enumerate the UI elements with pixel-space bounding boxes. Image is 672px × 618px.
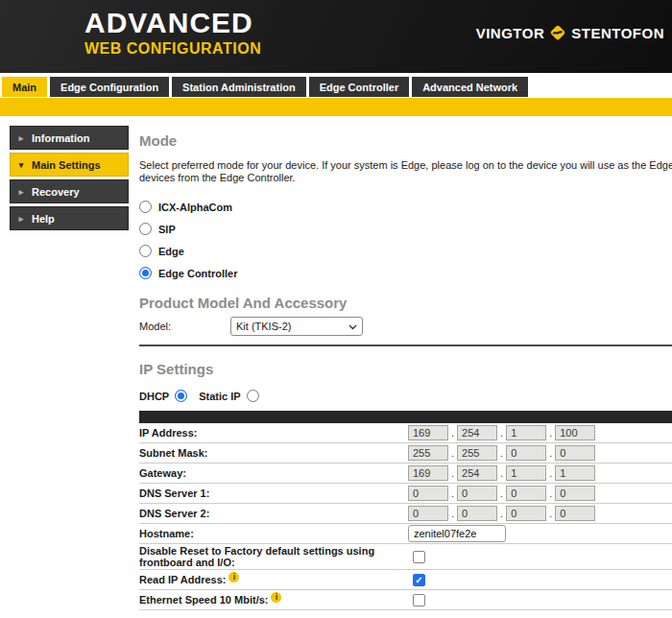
main-tabbar: Main Edge Configuration Station Administ… [0, 73, 672, 97]
table-row-subnet-mask: Subnet Mask: . . . [139, 443, 672, 464]
row-label: Ethernet Speed 10 Mbit/s: [139, 594, 268, 606]
table-row-hostname: Hostname: [139, 524, 672, 544]
octet-separator: . [451, 487, 454, 499]
mode-option-icx-alphacom[interactable]: ICX-AlphaCom [139, 196, 672, 218]
table-row-ethernet-speed: Ethernet Speed 10 Mbit/s: [139, 590, 672, 610]
octet-separator: . [451, 447, 454, 459]
hostname-input[interactable] [408, 525, 506, 542]
mode-description-line2: devices from the Edge Controller. [139, 172, 672, 184]
table-header-bar [139, 411, 672, 423]
octet-separator: . [500, 467, 503, 479]
octet-separator: . [500, 427, 503, 439]
sidebar-item-main-settings[interactable]: ▾ Main Settings [10, 153, 129, 177]
gateway-octet-3-input [506, 465, 546, 481]
ip-octet-3-input [506, 425, 546, 440]
sidebar-item-label: Recovery [32, 186, 80, 198]
octet-separator: . [549, 467, 552, 479]
sidebar-item-information[interactable]: ▸ Information [10, 126, 129, 150]
chevron-right-icon: ▸ [11, 133, 32, 143]
app-header: ADVANCED WEB CONFIGURATION VINGTOR STENT… [0, 0, 672, 73]
info-icon[interactable] [228, 572, 239, 582]
info-icon[interactable] [271, 592, 281, 603]
model-select-value: Kit (TKIS-2) [236, 321, 291, 332]
radio-selected-icon[interactable] [139, 267, 152, 279]
ip-settings-table: IP Address: . . . Subnet Mask: . [139, 411, 672, 610]
disable-reset-checkbox[interactable] [413, 551, 425, 563]
table-row-dns-server-2: DNS Server 2: . . . [139, 504, 672, 524]
sidebar-item-help[interactable]: ▸ Help [10, 206, 129, 230]
model-select[interactable]: Kit (TKIS-2) [230, 317, 363, 336]
static-ip-label: Static IP [199, 391, 240, 402]
row-label: Read IP Address: [139, 574, 226, 585]
model-label: Model: [139, 321, 230, 332]
dhcp-radio-selected-icon[interactable] [175, 390, 187, 402]
dns2-octet-1-input [408, 506, 448, 521]
ip-section-heading: IP Settings [139, 361, 672, 377]
read-ip-address-checkbox[interactable] [413, 574, 425, 586]
mode-option-label: ICX-AlphaCom [158, 202, 232, 213]
subnet-octet-4-input [555, 445, 595, 461]
sidebar-nav: ▸ Information ▾ Main Settings ▸ Recovery… [10, 126, 129, 233]
mode-section-heading: Mode [139, 132, 672, 149]
row-label: DNS Server 1: [139, 487, 408, 499]
row-label: Gateway: [139, 467, 408, 479]
ethernet-speed-checkbox[interactable] [413, 594, 425, 606]
mode-option-label: Edge Controller [158, 268, 238, 279]
mode-option-edge-controller[interactable]: Edge Controller [139, 262, 672, 284]
ip-octet-2-input [457, 425, 497, 440]
table-row-ip-address: IP Address: . . . [139, 423, 672, 443]
chevron-right-icon: ▸ [11, 187, 32, 197]
dhcp-label: DHCP [139, 391, 169, 402]
mode-option-label: SIP [158, 224, 176, 235]
tab-station-administration[interactable]: Station Administration [172, 77, 306, 97]
table-row-gateway: Gateway: . . . [139, 464, 672, 484]
mode-option-sip[interactable]: SIP [139, 218, 672, 240]
chevron-down-icon: ▾ [11, 160, 32, 170]
tab-edge-configuration[interactable]: Edge Configuration [50, 77, 169, 97]
row-label: Disable Reset to Factory default setting… [139, 545, 408, 568]
row-label: IP Address: [139, 427, 408, 439]
subnet-octet-3-input [506, 445, 546, 461]
octet-separator: . [549, 447, 552, 459]
table-row-dns-server-1: DNS Server 1: . . . [139, 484, 672, 504]
gateway-octet-2-input [457, 465, 497, 481]
dns2-octet-3-input [506, 506, 546, 521]
tab-edge-controller[interactable]: Edge Controller [309, 77, 410, 97]
mode-description-line1: Select preferred mode for your device. I… [139, 159, 672, 172]
sidebar-item-recovery[interactable]: ▸ Recovery [10, 179, 129, 203]
mode-option-label: Edge [158, 246, 184, 257]
model-row: Model: Kit (TKIS-2) [139, 317, 672, 346]
octet-separator: . [549, 508, 552, 519]
mode-description: Select preferred mode for your device. I… [139, 159, 672, 184]
radio-icon[interactable] [139, 223, 152, 235]
table-row-disable-reset: Disable Reset to Factory default setting… [139, 544, 672, 570]
octet-separator: . [451, 467, 454, 479]
octet-separator: . [451, 427, 454, 439]
row-label: Hostname: [139, 528, 408, 539]
mode-option-edge[interactable]: Edge [139, 240, 672, 262]
mode-options: ICX-AlphaCom SIP Edge Edge Controller [139, 196, 672, 284]
sidebar-item-label: Main Settings [32, 159, 101, 171]
octet-separator: . [451, 508, 454, 519]
radio-icon[interactable] [139, 201, 152, 213]
brand-name-left: VINGTOR [476, 25, 545, 41]
main-content: Mode Select preferred mode for your devi… [139, 126, 672, 618]
app-subtitle: WEB CONFIGURATION [84, 40, 261, 58]
table-row-read-ip-address: Read IP Address: [139, 570, 672, 590]
subnet-octet-2-input [457, 445, 497, 461]
brand-name-right: STENTOFON [571, 25, 664, 41]
accent-band [0, 98, 672, 116]
app-title: ADVANCED [84, 7, 253, 39]
dns2-octet-4-input [555, 506, 595, 521]
radio-icon[interactable] [139, 245, 152, 257]
tab-main[interactable]: Main [2, 77, 47, 97]
gateway-octet-1-input [408, 465, 448, 481]
dns1-octet-1-input [408, 486, 448, 501]
sidebar-item-label: Help [32, 213, 55, 225]
ip-octet-1-input [408, 425, 448, 440]
octet-separator: . [500, 508, 503, 519]
brand-logo: VINGTOR STENTOFON [476, 23, 664, 42]
row-label: Subnet Mask: [139, 447, 408, 459]
tab-advanced-network[interactable]: Advanced Network [412, 77, 528, 97]
static-ip-radio-icon[interactable] [247, 390, 259, 402]
